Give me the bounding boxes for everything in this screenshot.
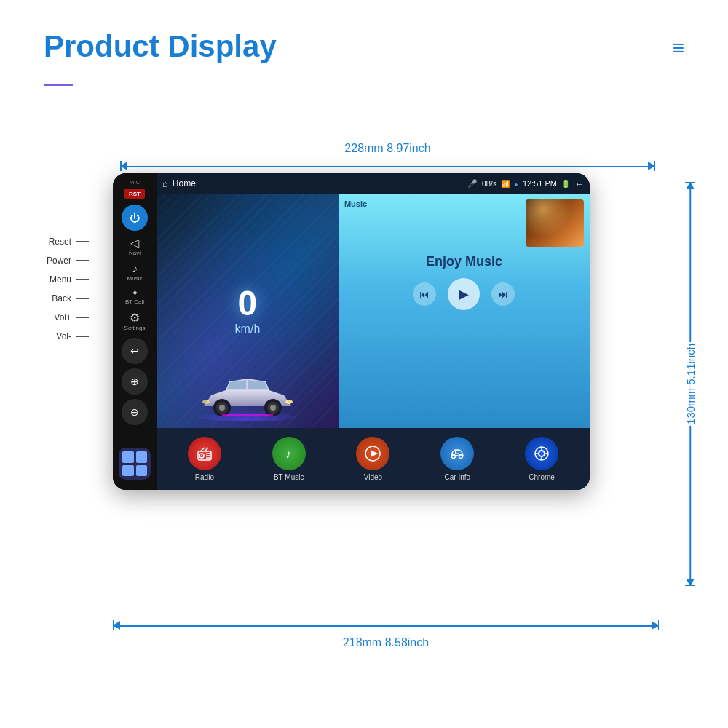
speed-panel: 0 km/h [157,194,339,428]
svg-point-3 [219,405,225,411]
accent-line [44,84,73,86]
page-title: Product Display [44,29,277,64]
power-label: Power [44,256,71,266]
carinfo-label: Car Info [444,473,470,481]
radio-icon [188,437,221,470]
video-label: Video [364,473,382,481]
svg-text:♪: ♪ [285,448,291,460]
app-grid-button[interactable] [119,448,151,480]
svg-marker-20 [371,450,378,457]
back-label: Back [44,293,71,304]
btmusic-label: BT Music [274,473,304,481]
status-bar: ⌂ Home 🎤 0B/s 📶 ⬥ 12:51 PM 🔋 ← [157,173,590,194]
btcall-button[interactable]: ✦ BT Call [116,285,154,307]
rst-button[interactable]: RST [124,189,145,199]
carinfo-icon [440,437,474,470]
bottom-dimension-label: 218mm 8.58inch [343,636,429,649]
menu-label: Menu [44,274,71,285]
play-button[interactable]: ▶ [448,278,480,310]
battery-icon: 🔋 [561,180,570,188]
reset-label: Reset [44,237,71,247]
speed-value: 0 [238,286,258,321]
voldown-button[interactable]: ⊖ [122,399,148,425]
device-sidebar: MIC RST ⏻ ◁ Navi ♪ Music ✦ BT Call ⚙ Set… [113,173,157,490]
chrome-icon [525,437,558,470]
carinfo-app[interactable]: Car Info [440,437,474,481]
svg-point-6 [270,405,276,411]
top-dimension-label: 228mm 8.97inch [344,142,430,155]
bottom-dimension: 218mm 8.58inch [113,619,659,649]
music-button[interactable]: ♪ Music [116,260,154,284]
volup-button[interactable]: ⊕ [122,368,148,395]
next-button[interactable]: ⏭ [491,282,515,306]
mic-label: MIC [130,179,141,186]
svg-rect-23 [456,451,459,454]
video-icon [356,437,389,470]
music-controls: ⏮ ▶ ⏭ [344,278,584,310]
album-art [526,199,584,247]
signal-icon: 📶 [501,180,510,188]
btmusic-app[interactable]: ♪ BT Music [272,437,306,481]
status-data: 0B/s [482,180,496,188]
back-button[interactable]: ↩ [122,338,148,364]
top-dimension: 228mm 8.97inch [120,142,655,173]
right-dimension: 130mm 5.11inch [668,182,712,586]
volup-label: Vol+ [44,312,71,323]
radio-app[interactable]: Radio [188,437,221,481]
mic-icon: 🎤 [467,179,478,189]
app-icons-row: Radio ♪ BT Music Video [157,428,590,490]
side-labels: Reset Power Menu Back Vol+ Vol- [44,237,89,347]
status-title: Home [173,178,463,189]
device-screen: ⌂ Home 🎤 0B/s 📶 ⬥ 12:51 PM 🔋 ← 0 km/h [157,173,590,490]
back-nav-icon[interactable]: ← [574,178,584,189]
music-panel: Music Enjoy Music ⏮ ▶ ⏭ [339,194,590,428]
svg-point-12 [201,455,202,456]
home-icon[interactable]: ⌂ [162,178,168,189]
chrome-app[interactable]: Chrome [525,437,558,481]
radio-label: Radio [195,473,214,481]
right-dimension-label: 130mm 5.11inch [683,342,698,426]
speed-unit: km/h [235,323,261,336]
menu-icon[interactable]: ≡ [673,38,684,58]
video-app[interactable]: Video [356,437,389,481]
navi-button[interactable]: ◁ Navi [116,234,154,258]
prev-button[interactable]: ⏮ [413,282,436,306]
device: MIC RST ⏻ ◁ Navi ♪ Music ✦ BT Call ⚙ Set… [113,173,590,490]
music-title: Enjoy Music [344,254,584,269]
status-time: 12:51 PM [523,179,557,188]
power-button[interactable]: ⏻ [122,205,148,231]
car-image [157,370,339,421]
screen-content: 0 km/h [157,194,590,428]
chrome-label: Chrome [529,473,555,481]
settings-button[interactable]: ⚙ Settings [116,309,154,333]
svg-point-22 [459,455,463,459]
voldown-label: Vol- [44,331,71,341]
music-label: Music [344,199,367,208]
svg-point-8 [202,400,210,404]
btmusic-icon: ♪ [272,437,306,470]
svg-point-25 [539,451,545,456]
svg-point-7 [285,400,293,404]
svg-point-21 [452,455,456,459]
bluetooth-icon: ⬥ [514,180,518,188]
